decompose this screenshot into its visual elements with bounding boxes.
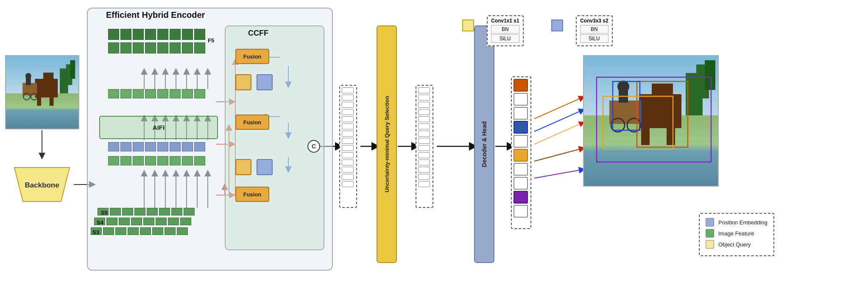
s4-layer xyxy=(94,218,191,225)
f5-grid xyxy=(108,29,205,40)
list-cell xyxy=(418,109,430,115)
fusion-bot: Fusion xyxy=(235,187,269,202)
query-sq-yellow xyxy=(514,149,528,162)
legend-label-image: Image Feature xyxy=(718,230,754,237)
input-image xyxy=(5,55,79,129)
conv1x1-silu: SiLU xyxy=(491,34,519,43)
list-cell xyxy=(418,131,430,137)
query-sq-white-6 xyxy=(514,205,528,218)
fusion-mid: Fusion xyxy=(235,115,269,130)
output-image xyxy=(583,55,719,187)
list-cell xyxy=(342,145,354,151)
list-cell xyxy=(418,102,430,108)
svg-line-40 xyxy=(534,170,582,178)
sq-yellow-bot xyxy=(235,159,251,175)
list-cell xyxy=(342,152,354,158)
concat-circle: C xyxy=(307,140,320,153)
diagram-container: Backbone Efficient Hybrid Encoder F5 xyxy=(0,0,868,288)
query-sq-purple xyxy=(514,191,528,204)
list-cell xyxy=(418,116,430,122)
list-cell xyxy=(342,102,354,108)
legend-color-query xyxy=(706,240,714,249)
legend-item-position: Position Embedding xyxy=(706,218,768,226)
conv1x1-title: Conv1x1 s1 xyxy=(491,18,519,24)
query-sq-orange xyxy=(514,79,528,92)
query-sq-blue xyxy=(514,121,528,134)
feature-list-2 xyxy=(416,85,433,208)
legend-item-image: Image Feature xyxy=(706,229,768,238)
backbone-label: Backbone xyxy=(25,181,59,189)
list-cell xyxy=(418,123,430,129)
list-cell xyxy=(418,145,430,151)
conv3x3-bn: BN xyxy=(580,25,608,34)
list-cell xyxy=(342,131,354,137)
fusion-top: Fusion xyxy=(235,49,269,64)
list-cell xyxy=(342,123,354,129)
uncertainty-text: Uncertainty-minimal Query Selection xyxy=(384,96,390,193)
conv3x3-silu: SiLU xyxy=(580,34,608,43)
conv1x1-box: Conv1x1 s1 BN SiLU xyxy=(487,15,524,46)
aifi-box: AIFI xyxy=(99,116,218,139)
query-sq-white-5 xyxy=(514,177,528,190)
conv3x3-title: Conv3x3 s2 xyxy=(580,18,608,24)
list-cell xyxy=(418,87,430,93)
f5-label: F5 xyxy=(208,37,214,44)
ccff-title: CCFF xyxy=(248,29,268,38)
list-cell xyxy=(342,167,354,173)
list-cell xyxy=(418,152,430,158)
query-sq-white-3 xyxy=(514,135,528,148)
encoder-title: Efficient Hybrid Encoder xyxy=(106,10,205,20)
query-sq-white-4 xyxy=(514,163,528,176)
query-sq-white-1 xyxy=(514,93,528,106)
list-cell xyxy=(342,174,354,180)
list-cell xyxy=(418,167,430,173)
sq-yellow-top xyxy=(235,74,251,90)
list-cell xyxy=(418,138,430,144)
output-query-list xyxy=(511,76,531,229)
conv-block-1 xyxy=(462,20,474,33)
grid-blue-row xyxy=(108,142,205,151)
svg-line-37 xyxy=(534,110,582,131)
s3-label: S3 xyxy=(92,229,99,235)
legend-color-position xyxy=(706,218,714,226)
s4-label: S4 xyxy=(97,219,103,226)
s5-layer xyxy=(98,208,195,215)
list-cell xyxy=(418,181,430,187)
svg-line-38 xyxy=(534,123,582,144)
legend-label-query: Object Query xyxy=(718,241,751,248)
list-cell xyxy=(342,116,354,122)
legend-color-image xyxy=(706,229,714,238)
list-cell xyxy=(342,95,354,101)
s5-label: S5 xyxy=(101,210,108,216)
list-cell xyxy=(342,138,354,144)
sq-blue-top xyxy=(257,74,273,90)
list-cell xyxy=(342,109,354,115)
legend-box: Position Embedding Image Feature Object … xyxy=(699,213,774,256)
legend-item-query: Object Query xyxy=(706,240,768,249)
conv1x1-bn: BN xyxy=(491,25,519,34)
list-cell xyxy=(342,87,354,93)
decoder-text: Decoder & Head xyxy=(481,121,488,167)
list-cell xyxy=(342,181,354,187)
list-cell xyxy=(418,159,430,165)
f5-grid-row2 xyxy=(108,42,205,53)
feature-list-1 xyxy=(339,85,357,208)
list-cell xyxy=(418,95,430,101)
list-cell xyxy=(418,174,430,180)
s3-layer xyxy=(91,227,188,235)
query-sq-white-2 xyxy=(514,107,528,120)
svg-line-39 xyxy=(534,148,582,161)
list-cell xyxy=(342,159,354,165)
sq-blue-bot xyxy=(257,159,273,175)
svg-line-36 xyxy=(534,98,582,119)
legend-label-position: Position Embedding xyxy=(718,219,768,226)
conv-block-2 xyxy=(551,20,563,33)
grid-above-aifi xyxy=(108,89,205,98)
grid-green-bottom xyxy=(108,156,205,165)
concat-symbol: C xyxy=(312,143,316,150)
uncertainty-bar: Uncertainty-minimal Query Selection xyxy=(377,25,397,263)
decoder-bar: Decoder & Head xyxy=(474,25,494,263)
backbone: Backbone xyxy=(10,165,74,204)
conv3x3-box: Conv3x3 s2 BN SiLU xyxy=(576,15,613,46)
